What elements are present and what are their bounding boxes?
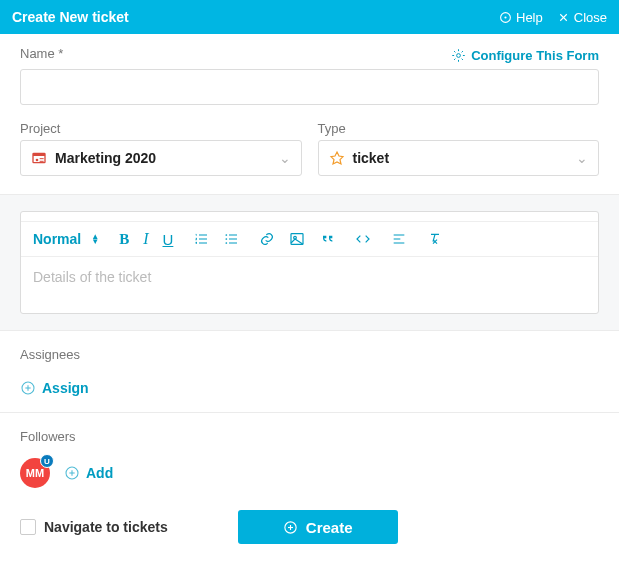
chevron-down-icon: ⌄ <box>576 150 588 166</box>
editor-toolbar: Normal ▲▼ B I U <box>21 222 598 257</box>
editor-mini-bar <box>21 212 598 222</box>
followers-label: Followers <box>20 429 599 444</box>
plus-circle-icon <box>64 465 80 481</box>
svg-point-9 <box>226 238 228 240</box>
navigate-checkbox[interactable] <box>20 519 36 535</box>
assign-button[interactable]: Assign <box>20 380 599 396</box>
gear-icon <box>451 48 466 63</box>
sort-arrows-icon: ▲▼ <box>91 234 99 244</box>
add-follower-button[interactable]: Add <box>64 465 113 481</box>
italic-button[interactable]: I <box>143 230 148 248</box>
project-icon <box>31 150 47 166</box>
assignees-label: Assignees <box>20 347 599 362</box>
add-label: Add <box>86 465 113 481</box>
ticket-type-icon <box>329 150 345 166</box>
configure-label: Configure This Form <box>471 48 599 63</box>
create-button[interactable]: Create <box>238 510 398 544</box>
align-button[interactable] <box>391 231 407 247</box>
follower-avatar[interactable]: MM U <box>20 458 50 488</box>
unordered-list-button[interactable] <box>223 231 239 247</box>
plus-circle-icon <box>283 520 298 535</box>
quote-button[interactable] <box>319 231 335 247</box>
assignees-section: Assignees Assign <box>0 331 619 412</box>
help-icon <box>499 11 512 24</box>
help-label: Help <box>516 10 543 25</box>
image-button[interactable] <box>289 231 305 247</box>
modal-title: Create New ticket <box>12 9 129 25</box>
avatar-badge: U <box>40 454 54 468</box>
type-value: ticket <box>353 150 390 166</box>
form-top: Name * Configure This Form Project Marke… <box>0 34 619 194</box>
rich-text-editor: Normal ▲▼ B I U <box>20 211 599 314</box>
name-label: Name * <box>20 46 63 61</box>
svg-point-8 <box>226 234 228 236</box>
chevron-down-icon: ⌄ <box>279 150 291 166</box>
avatar-initials: MM <box>26 467 44 479</box>
footer: Navigate to tickets Create <box>0 504 619 564</box>
type-select[interactable]: ticket ⌄ <box>318 140 600 176</box>
plus-circle-icon <box>20 380 36 396</box>
ordered-list-button[interactable] <box>193 231 209 247</box>
project-label: Project <box>20 121 302 136</box>
modal-scroll-area[interactable]: Name * Configure This Form Project Marke… <box>0 34 619 576</box>
close-label: Close <box>574 10 607 25</box>
help-link[interactable]: Help <box>499 10 543 25</box>
navigate-checkbox-wrap[interactable]: Navigate to tickets <box>20 519 168 535</box>
assign-label: Assign <box>42 380 89 396</box>
project-select[interactable]: Marketing 2020 ⌄ <box>20 140 302 176</box>
format-label: Normal <box>33 231 81 247</box>
name-input[interactable] <box>20 69 599 105</box>
editor-section: Normal ▲▼ B I U <box>0 194 619 331</box>
svg-point-1 <box>504 16 506 18</box>
navigate-label: Navigate to tickets <box>44 519 168 535</box>
svg-point-7 <box>36 159 39 162</box>
modal-header: Create New ticket Help Close <box>0 0 619 34</box>
format-select[interactable]: Normal ▲▼ <box>33 231 99 247</box>
link-button[interactable] <box>259 231 275 247</box>
followers-section: Followers MM U Add <box>0 413 619 504</box>
editor-content[interactable]: Details of the ticket <box>21 257 598 313</box>
bold-button[interactable]: B <box>119 231 129 248</box>
svg-rect-6 <box>33 153 45 156</box>
configure-form-link[interactable]: Configure This Form <box>451 48 599 63</box>
project-value: Marketing 2020 <box>55 150 156 166</box>
close-link[interactable]: Close <box>557 10 607 25</box>
type-label: Type <box>318 121 600 136</box>
code-button[interactable] <box>355 231 371 247</box>
clear-format-button[interactable] <box>427 231 443 247</box>
svg-point-4 <box>457 54 461 58</box>
close-icon <box>557 11 570 24</box>
svg-point-10 <box>226 242 228 244</box>
create-label: Create <box>306 519 353 536</box>
underline-button[interactable]: U <box>163 231 174 248</box>
modal-header-actions: Help Close <box>499 10 607 25</box>
